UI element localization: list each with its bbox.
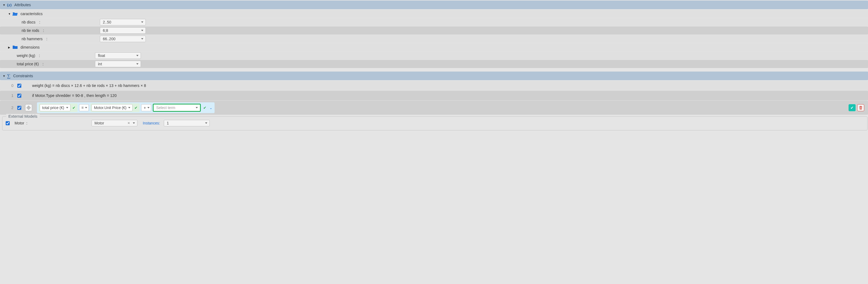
caracteristics-label: caracteristics	[21, 11, 43, 16]
chevron-down-icon	[147, 107, 150, 108]
attr-nb-tie-rods-value-select[interactable]: 6;8	[100, 27, 146, 34]
mid-term-pill: Motor.Unit Price (€) ✔	[90, 103, 140, 112]
clear-icon[interactable]: ✕	[127, 121, 130, 125]
chevron-down-icon	[133, 123, 135, 124]
mid-term-confirm[interactable]: ✔	[133, 105, 138, 110]
constraint-enable-2[interactable]	[17, 106, 21, 110]
delete-constraint-button[interactable]	[857, 104, 864, 111]
attributes-disclosure[interactable]: ▼	[3, 3, 5, 6]
left-term-pill: total price (€) ✔	[39, 103, 78, 112]
constraint-idx-0: 0	[10, 84, 15, 88]
left-term-confirm[interactable]: ✔	[71, 105, 76, 110]
external-models-legend: External Models	[6, 114, 40, 119]
chevron-down-icon	[141, 30, 143, 31]
folder-closed-icon	[12, 45, 18, 50]
constraint-idx-1: 1	[10, 93, 15, 98]
external-motor-select[interactable]: Motor ✕	[92, 120, 137, 126]
mid-term-select[interactable]: Motor.Unit Price (€)	[92, 104, 133, 111]
attr-weight-label: weight (kg) :	[17, 54, 95, 58]
chevron-down-icon	[66, 107, 68, 108]
chevron-down-icon	[136, 55, 138, 56]
constraint-enable-0[interactable]	[17, 84, 21, 88]
variable-icon: (𝑥)	[7, 3, 11, 7]
attr-row-total-price: total price (€) : int	[0, 60, 868, 68]
operator-plus-select[interactable]: +	[141, 104, 151, 111]
instances-select[interactable]: 1	[164, 120, 210, 126]
operator-equals-select[interactable]: =	[79, 104, 89, 111]
attr-row-nb-hammers: nb hammers : 66..200	[0, 35, 868, 43]
attr-nb-hammers-value-select[interactable]: 66..200	[100, 36, 146, 42]
select-term-dropdown[interactable]: Select term	[153, 104, 201, 112]
constraint-row-2-editing: 2 total price (€) ✔ = Motor.Unit Price	[0, 101, 868, 115]
attr-nb-tie-rods-label: nb tie rods :	[22, 28, 100, 33]
dimensions-disclosure[interactable]: ▶	[8, 46, 11, 49]
chevron-down-icon	[128, 107, 130, 108]
constraints-disclosure[interactable]: ▼	[3, 74, 5, 77]
caracteristics-disclosure[interactable]: ▼	[8, 12, 11, 15]
folder-caracteristics[interactable]: ▼ caracteristics	[0, 10, 868, 18]
folder-open-icon	[12, 11, 18, 16]
svg-point-0	[27, 106, 30, 109]
constraint-idx-2: 2	[10, 105, 15, 110]
constraint-edit-bubble: total price (€) ✔ = Motor.Unit Price (€)…	[37, 102, 215, 113]
external-motor-enable[interactable]	[6, 121, 10, 125]
attr-row-nb-discs: nb discs : 2..50	[0, 18, 868, 26]
attr-total-price-label: total price (€) :	[17, 62, 95, 66]
constraint-row-0[interactable]: 0 weight (kg) = nb discs × 12.6 + nb tie…	[0, 81, 868, 90]
chevron-down-icon	[141, 22, 143, 23]
attr-nb-hammers-label: nb hammers :	[22, 37, 100, 41]
expand-chevron[interactable]: ⌄	[209, 106, 213, 110]
left-term-select[interactable]: total price (€)	[40, 104, 70, 111]
external-motor-label: Motor :	[14, 121, 92, 125]
external-models-fieldset: External Models Motor : Motor ✕ Instance…	[2, 116, 867, 130]
chevron-down-icon	[141, 38, 143, 40]
attr-row-nb-tie-rods: nb tie rods : 6;8	[0, 27, 868, 35]
dimensions-label: dimensions	[21, 45, 40, 50]
confirm-constraint-button[interactable]: ✔	[848, 104, 856, 111]
instances-label: Instances:	[143, 121, 160, 125]
attr-nb-discs-label: nb discs :	[22, 20, 100, 24]
select-term-confirm[interactable]: ✔	[203, 105, 207, 110]
constraint-enable-1[interactable]	[17, 94, 21, 98]
sigma-icon: ∑	[7, 73, 10, 79]
chevron-down-icon	[85, 107, 87, 108]
external-model-motor-row: Motor : Motor ✕ Instances: 1	[5, 119, 865, 127]
folder-dimensions[interactable]: ▶ dimensions	[0, 43, 868, 51]
attr-row-weight: weight (kg) : float	[0, 52, 868, 60]
constraints-title: Constraints	[13, 74, 33, 78]
chevron-down-icon	[136, 63, 138, 65]
constraint-expr-0: weight (kg) = nb discs × 12.6 + nb tie r…	[32, 84, 146, 88]
target-icon[interactable]	[25, 104, 32, 111]
chevron-down-icon	[196, 107, 198, 108]
attributes-section-header[interactable]: ▼ (𝑥) Attributes	[0, 1, 868, 9]
attr-total-price-value-select[interactable]: int	[95, 61, 141, 67]
attr-weight-value-select[interactable]: float	[95, 52, 141, 59]
constraint-expr-1: if Motor.Type shredder = 90-8 , then len…	[32, 93, 117, 98]
attributes-title: Attributes	[14, 3, 31, 7]
constraint-row-1[interactable]: 1 if Motor.Type shredder = 90-8 , then l…	[0, 91, 868, 100]
attr-nb-discs-value-select[interactable]: 2..50	[100, 19, 146, 25]
chevron-down-icon	[205, 123, 207, 124]
svg-point-1	[28, 107, 29, 108]
constraints-section-header[interactable]: ▼ ∑ Constraints	[0, 71, 868, 80]
